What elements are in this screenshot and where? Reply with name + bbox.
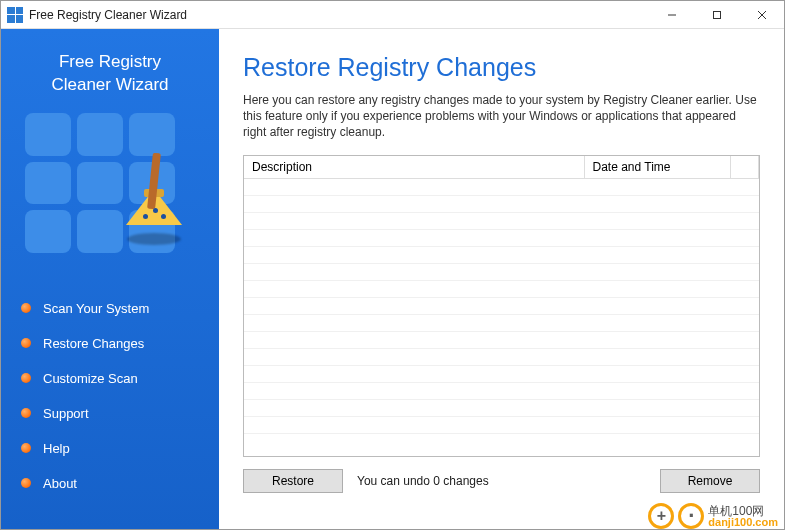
window-title: Free Registry Cleaner Wizard <box>29 8 187 22</box>
nav-label: Restore Changes <box>43 336 144 351</box>
titlebar: Free Registry Cleaner Wizard <box>1 1 784 29</box>
table-row <box>244 229 759 246</box>
nav-label: About <box>43 476 77 491</box>
window-controls <box>649 1 784 29</box>
sidebar-graphic <box>25 113 195 253</box>
table-row <box>244 433 759 450</box>
nav-scan-your-system[interactable]: Scan Your System <box>15 291 205 326</box>
table-row <box>244 382 759 399</box>
nav-label: Customize Scan <box>43 371 138 386</box>
nav-support[interactable]: Support <box>15 396 205 431</box>
table-row <box>244 399 759 416</box>
nav-restore-changes[interactable]: Restore Changes <box>15 326 205 361</box>
table-row <box>244 314 759 331</box>
watermark-domain: danji100.com <box>708 517 778 528</box>
bullet-icon <box>21 303 31 313</box>
table-row <box>244 297 759 314</box>
col-description[interactable]: Description <box>244 156 584 179</box>
nav-customize-scan[interactable]: Customize Scan <box>15 361 205 396</box>
col-spacer <box>731 156 759 179</box>
svg-rect-1 <box>713 11 720 18</box>
bullet-icon <box>21 338 31 348</box>
bullet-icon <box>21 408 31 418</box>
nav-help[interactable]: Help <box>15 431 205 466</box>
nav-label: Support <box>43 406 89 421</box>
intro-text: Here you can restore any registry change… <box>243 92 760 141</box>
remove-button[interactable]: Remove <box>660 469 760 493</box>
col-datetime[interactable]: Date and Time <box>584 156 731 179</box>
minimize-button[interactable] <box>649 1 694 29</box>
close-button[interactable] <box>739 1 784 29</box>
bullet-icon <box>21 373 31 383</box>
table-row <box>244 212 759 229</box>
page-heading: Restore Registry Changes <box>243 53 760 82</box>
nav-label: Help <box>43 441 70 456</box>
watermark-cn: 单机100网 <box>708 505 778 517</box>
app-icon <box>7 7 23 23</box>
watermark-dot-icon: · <box>678 503 704 529</box>
bullet-icon <box>21 478 31 488</box>
bullet-icon <box>21 443 31 453</box>
table-row <box>244 178 759 195</box>
table-row <box>244 246 759 263</box>
status-text: You can undo 0 changes <box>357 474 489 488</box>
table-row <box>244 416 759 433</box>
sidebar: Free RegistryCleaner Wizard Scan Your Sy… <box>1 29 219 529</box>
table-row <box>244 280 759 297</box>
table-row <box>244 331 759 348</box>
table-row <box>244 365 759 382</box>
sidebar-title: Free RegistryCleaner Wizard <box>15 51 205 97</box>
restore-button[interactable]: Restore <box>243 469 343 493</box>
table-row <box>244 195 759 212</box>
nav-about[interactable]: About <box>15 466 205 501</box>
nav-label: Scan Your System <box>43 301 149 316</box>
restore-table[interactable]: Description Date and Time <box>243 155 760 457</box>
broom-icon <box>119 153 189 253</box>
main-panel: Restore Registry Changes Here you can re… <box>219 29 784 529</box>
table-row <box>244 263 759 280</box>
table-row <box>244 348 759 365</box>
sidebar-nav: Scan Your System Restore Changes Customi… <box>15 291 205 501</box>
action-row: Restore You can undo 0 changes Remove <box>243 469 760 493</box>
table-body <box>244 178 759 450</box>
watermark-plus-icon: + <box>648 503 674 529</box>
watermark: + · 单机100网 danji100.com <box>648 503 778 529</box>
maximize-button[interactable] <box>694 1 739 29</box>
